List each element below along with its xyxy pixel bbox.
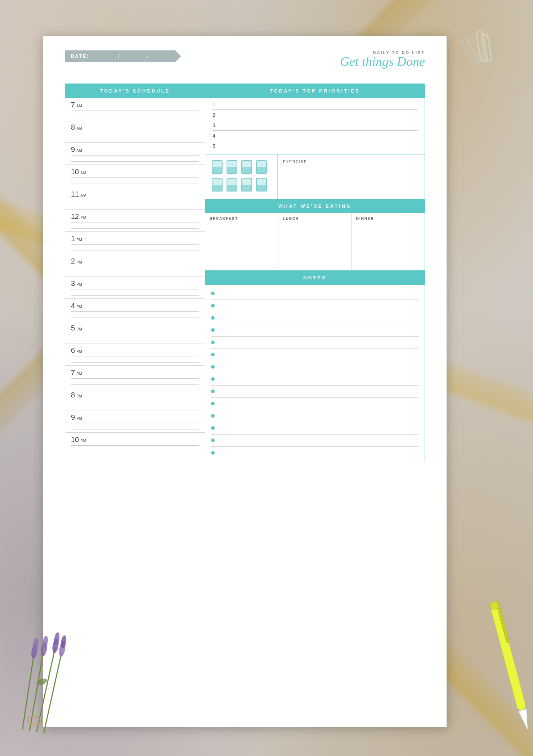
eating-header: WHAT WE'RE EATING (205, 199, 425, 213)
tagline: Get things Done (340, 55, 425, 69)
notes-list (205, 285, 425, 462)
note-item-1[interactable] (211, 288, 419, 300)
dinner-label: DINNER (356, 217, 420, 221)
meals-grid: BREAKFAST LUNCH DINNER (205, 213, 425, 271)
time-slot-11am[interactable]: 11AM (65, 187, 205, 210)
time-slot-10pm[interactable]: 10PM (65, 433, 205, 449)
svg-rect-26 (256, 185, 266, 191)
time-slot-12pm[interactable]: 12PM (65, 210, 205, 232)
water-glass-2 (225, 160, 238, 176)
title-area: DAILY TO DO LIST Get things Done (340, 50, 425, 69)
note-bullet (211, 353, 215, 356)
water-glass-4 (255, 160, 268, 176)
priority-item-1[interactable]: 1 (212, 102, 417, 110)
lunch-label: LUNCH (283, 217, 347, 221)
note-bullet (211, 316, 215, 320)
paperclip-decoration (447, 29, 511, 73)
time-slot-1pm[interactable]: 1PM (65, 232, 205, 254)
note-item-12[interactable] (211, 422, 419, 435)
schedule-column: TODAY'S SCHEDULE 7AM 8AM 9AM 10AM (65, 84, 205, 462)
note-bullet (211, 438, 215, 442)
exercise-section: EXERCISE (277, 154, 425, 199)
priority-item-2[interactable]: 2 (212, 112, 417, 120)
note-item-11[interactable] (211, 410, 419, 422)
main-grid: TODAY'S SCHEDULE 7AM 8AM 9AM 10AM (43, 84, 447, 462)
right-column: TODAY'S TOP PRIORITIES 1 2 3 4 5 (205, 84, 425, 462)
water-tracker (205, 154, 277, 199)
water-glass-5 (211, 177, 224, 193)
breakfast-label: BREAKFAST (210, 217, 274, 221)
svg-marker-29 (518, 709, 532, 732)
water-glass-7 (240, 177, 253, 193)
note-item-4[interactable] (211, 324, 419, 337)
note-item-10[interactable] (211, 398, 419, 410)
svg-rect-17 (212, 185, 222, 191)
note-bullet (211, 451, 215, 455)
priorities-list: 1 2 3 4 5 (205, 98, 425, 154)
note-item-6[interactable] (211, 349, 419, 361)
note-bullet (211, 426, 215, 430)
paper-sheet: DATE: _______ /_______ /_______ DAILY TO… (43, 36, 447, 727)
priority-item-3[interactable]: 3 (212, 122, 417, 131)
water-glass-8 (255, 177, 268, 193)
note-bullet (211, 377, 215, 381)
date-label: DATE: (71, 53, 89, 59)
svg-rect-14 (256, 167, 266, 174)
water-glass-1 (211, 160, 224, 176)
time-slot-5pm[interactable]: 5PM (65, 321, 205, 343)
dinner-col[interactable]: DINNER (352, 213, 425, 270)
exercise-label: EXERCISE (283, 160, 419, 164)
date-field[interactable]: DATE: _______ /_______ /_______ (65, 50, 181, 62)
notes-header: NOTES (205, 271, 425, 285)
note-bullet (211, 402, 215, 405)
time-slot-8am[interactable]: 8AM (65, 120, 205, 143)
note-bullet (211, 414, 215, 418)
note-item-3[interactable] (211, 312, 419, 324)
note-item-7[interactable] (211, 361, 419, 373)
note-bullet (211, 328, 215, 332)
note-item-8[interactable] (211, 373, 419, 386)
time-slot-10am[interactable]: 10AM (65, 165, 205, 187)
svg-line-34 (44, 652, 62, 734)
time-slot-9am[interactable]: 9AM (65, 143, 205, 165)
time-slot-2pm[interactable]: 2PM (65, 254, 205, 276)
note-item-2[interactable] (211, 300, 419, 312)
note-item-5[interactable] (211, 337, 419, 349)
svg-rect-5 (212, 167, 222, 174)
note-bullet (211, 341, 215, 344)
schedule-header: TODAY'S SCHEDULE (65, 84, 205, 98)
priority-item-4[interactable]: 4 (212, 133, 417, 141)
time-slot-6pm[interactable]: 6PM (65, 343, 205, 366)
svg-line-32 (30, 653, 43, 731)
note-bullet (211, 304, 215, 307)
lunch-col[interactable]: LUNCH (278, 213, 351, 270)
svg-line-33 (37, 647, 55, 733)
date-value: _______ /_______ /_______ (91, 53, 174, 59)
water-exercise-section: EXERCISE (205, 154, 425, 199)
priority-item-5[interactable]: 5 (212, 143, 417, 150)
note-item-14[interactable] (211, 447, 419, 459)
note-bullet (211, 365, 215, 369)
water-glass-6 (225, 177, 238, 193)
svg-rect-8 (227, 167, 237, 174)
svg-rect-11 (242, 167, 252, 174)
priorities-header: TODAY'S TOP PRIORITIES (205, 84, 425, 98)
time-slot-7pm[interactable]: 7PM (65, 366, 205, 388)
time-slot-3pm[interactable]: 3PM (65, 276, 205, 299)
svg-rect-23 (242, 185, 252, 191)
time-slot-4pm[interactable]: 4PM (65, 299, 205, 321)
note-item-13[interactable] (211, 435, 419, 447)
note-item-9[interactable] (211, 386, 419, 398)
note-bullet (211, 292, 215, 295)
header: DATE: _______ /_______ /_______ DAILY TO… (43, 36, 447, 76)
note-bullet (211, 390, 215, 393)
breakfast-col[interactable]: BREAKFAST (205, 213, 278, 270)
svg-rect-20 (227, 185, 237, 191)
time-slot-7am[interactable]: 7AM (65, 98, 205, 120)
water-glass-3 (240, 160, 253, 176)
time-slot-9pm[interactable]: 9PM (65, 410, 205, 433)
time-slot-8pm[interactable]: 8PM (65, 388, 205, 410)
